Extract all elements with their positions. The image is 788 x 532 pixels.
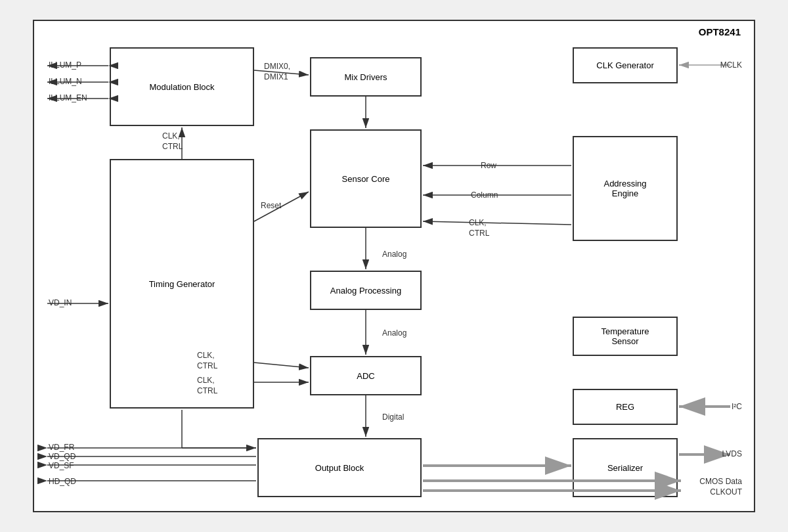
addressing-engine-block: Addressing Engine [573,136,678,241]
clk-ctrl-1-label: CLK, CTRL [162,131,183,152]
hd-qd-label: HD_QD [49,477,76,486]
mclk-label: MCLK [720,60,742,70]
vd-sf-label: VD_SF [49,461,74,470]
adc-block: ADC [310,356,422,395]
clk-generator-block: CLK Generator [573,47,678,83]
clkout-label: CLKOUT [710,487,742,497]
sensor-core-block: Sensor Core [310,129,422,228]
clk-ctrl-2-label: CLK, CTRL [469,218,489,238]
mix-drivers-block: Mix Drivers [310,57,422,97]
analog-2-label: Analog [382,328,406,338]
illum-n-label: ILLUM_N [49,77,82,86]
digital-label: Digital [382,412,404,422]
timing-generator-block: Timing Generator [110,159,254,409]
serializer-block: Serializer [573,438,678,497]
vd-in-label: VD_IN [49,298,72,307]
clk-ctrl-3-label: CLK, CTRL [197,351,217,371]
modulation-block: Modulation Block [110,47,254,126]
dmix-label: DMIX0, DMIX1 [264,62,290,82]
vd-qd-label: VD_QD [49,452,76,461]
illum-p-label: ILLUM_P [49,60,81,70]
i2c-label: I²C [732,402,742,411]
chip-title: OPT8241 [699,26,741,37]
reset-label: Reset [261,201,281,210]
analog-processing-block: Analog Processing [310,271,422,310]
lvds-label: LVDS [722,449,742,458]
svg-line-13 [423,221,571,225]
cmos-data-label: CMOS Data [699,477,742,486]
svg-line-16 [254,363,309,368]
illum-en-label: ILLUM_EN [49,93,87,102]
analog-1-label: Analog [382,250,406,259]
diagram-container: OPT8241 Modulation Block Mix Drivers Sen… [33,20,755,512]
reg-block: REG [573,389,678,425]
temperature-sensor-block: Temperature Sensor [573,317,678,356]
clk-ctrl-4-label: CLK, CTRL [197,376,217,396]
vd-fr-label: VD_FR [49,443,74,452]
output-block: Output Block [257,438,422,497]
column-label: Column [471,190,498,200]
row-label: Row [481,161,496,170]
